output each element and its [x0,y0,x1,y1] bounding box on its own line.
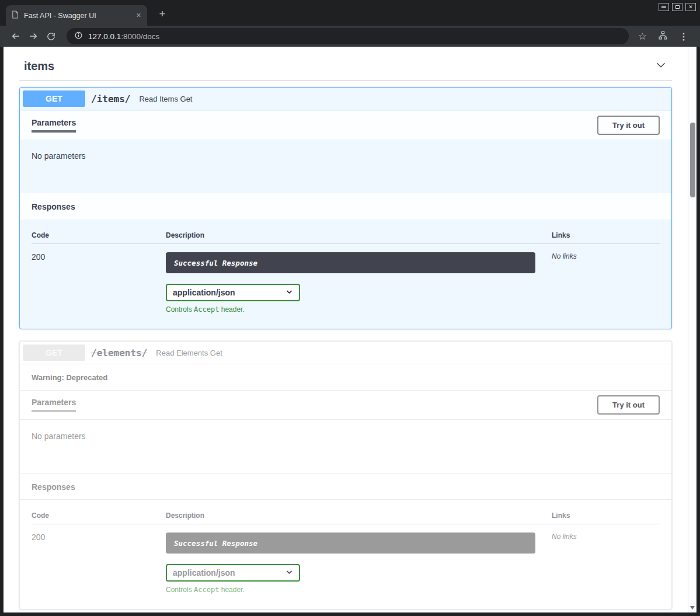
opblock-summary[interactable]: GET /elements/ Read Elements Get [20,342,671,364]
tab-close-icon[interactable]: ✕ [136,12,141,19]
responses-table-header: Code Description Links [32,511,660,524]
accept-note-code: Accept [194,305,219,314]
network-tree-icon[interactable] [658,30,668,43]
accept-note-suffix: header. [219,305,244,314]
response-description-cell: Successful Response application/json Con… [166,524,552,594]
links-column-header: Links [552,231,660,239]
opblock-summary[interactable]: GET /items/ Read Items Get [20,88,671,110]
scrollbar[interactable] [688,47,696,612]
responses-body: Code Description Links 200 Successful Re… [20,220,671,329]
url-text: 127.0.0.1:8000/docs [88,32,159,41]
parameters-heading: Parameters [32,118,76,133]
parameters-body: No parameters [20,140,671,193]
media-type-value: application/json [173,288,235,297]
parameters-header: Parameters Try it out [20,110,671,140]
method-badge: GET [23,91,85,107]
close-button[interactable]: ✕ [685,3,696,11]
page-viewport: items GET /items/ Read Items Get Paramet… [4,47,696,612]
bookmark-star-icon[interactable]: ☆ [638,30,647,43]
accept-note-prefix: Controls [166,586,194,594]
response-description-text: Successful Response [174,259,257,267]
responses-body: Code Description Links 200 Successful Re… [20,500,671,609]
url-bar[interactable]: 127.0.0.1:8000/docs [67,28,629,44]
parameters-body: No parameters [20,420,671,474]
response-description-box: Successful Response [166,533,535,554]
scrollbar-thumb[interactable] [690,123,695,197]
code-column-header: Code [32,231,166,239]
scroll-down-arrow[interactable] [690,606,695,610]
responses-table-header: Code Description Links [32,231,660,244]
browser-toolbar: 127.0.0.1:8000/docs ☆ ⋮ [0,26,700,47]
links-column-header: Links [552,511,660,520]
forward-button[interactable] [25,31,42,41]
accept-note-prefix: Controls [166,305,194,314]
accept-header-note: Controls Accept header. [166,586,552,594]
responses-header: Responses [20,474,671,500]
responses-heading: Responses [32,202,75,211]
tab-title: Fast API - Swagger UI [24,12,133,20]
endpoint-summary: Read Items Get [139,95,192,103]
info-icon[interactable] [74,31,83,42]
responses-heading: Responses [32,482,75,492]
window-controls: ✕ [659,3,696,11]
select-chevron-icon [285,568,293,578]
responses-header: Responses [20,193,671,220]
no-parameters-text: No parameters [32,151,86,161]
chevron-down-icon[interactable] [654,58,667,74]
window-titlebar: Fast API - Swagger UI ✕ + ✕ [0,0,700,26]
endpoint-path: /items/ [91,93,130,105]
reload-button[interactable] [42,32,60,41]
browser-tab[interactable]: Fast API - Swagger UI ✕ [6,5,147,26]
parameters-heading: Parameters [32,398,76,412]
response-code: 200 [32,244,166,314]
description-column-header: Description [166,231,552,239]
minimize-button[interactable] [659,3,669,11]
description-column-header: Description [166,511,552,520]
deprecated-warning: Warning: Deprecated [20,364,671,390]
code-column-header: Code [32,511,166,520]
section-header-items[interactable]: items [19,47,672,81]
opblock-get-elements-deprecated: GET /elements/ Read Elements Get Warning… [19,341,672,610]
response-links: No links [552,244,660,314]
media-type-select[interactable]: application/json [166,284,300,301]
new-tab-button[interactable]: + [155,8,169,19]
try-it-out-button[interactable]: Try it out [597,116,660,135]
select-chevron-icon [285,287,293,298]
document-icon [12,11,19,21]
back-button[interactable] [7,31,25,41]
media-type-value: application/json [173,568,235,577]
media-type-select[interactable]: application/json [166,564,300,582]
menu-button[interactable]: ⋮ [679,31,688,42]
response-row: 200 Successful Response application/json [32,524,660,594]
minimize-icon [661,6,666,8]
response-description-cell: Successful Response application/json Con… [166,244,552,314]
response-description-box: Successful Response [166,252,535,273]
section-title: items [24,60,54,73]
opblock-get-items: GET /items/ Read Items Get Parameters Tr… [19,87,672,329]
swagger-content: items GET /items/ Read Items Get Paramet… [4,47,688,612]
url-host: 127.0.0.1 [88,32,121,41]
no-parameters-text: No parameters [32,431,86,441]
opblock-body: Warning: Deprecated Parameters Try it ou… [20,364,671,609]
method-badge: GET [23,344,85,361]
toolbar-right: ☆ ⋮ [638,30,688,43]
opblock-body: Parameters Try it out No parameters Resp… [20,110,671,329]
accept-header-note: Controls Accept header. [166,305,552,314]
accept-note-code: Accept [194,586,219,594]
response-links: No links [552,524,660,594]
maximize-icon [675,5,680,9]
endpoint-path: /elements/ [91,347,147,359]
parameters-header: Parameters Try it out [20,390,671,420]
url-path: :8000/docs [121,32,159,41]
response-row: 200 Successful Response application/json [32,244,660,314]
endpoint-summary: Read Elements Get [156,349,222,357]
response-description-text: Successful Response [174,539,257,548]
try-it-out-button[interactable]: Try it out [597,395,660,415]
accept-note-suffix: header. [219,586,244,594]
maximize-button[interactable] [672,3,682,11]
response-code: 200 [32,524,166,594]
